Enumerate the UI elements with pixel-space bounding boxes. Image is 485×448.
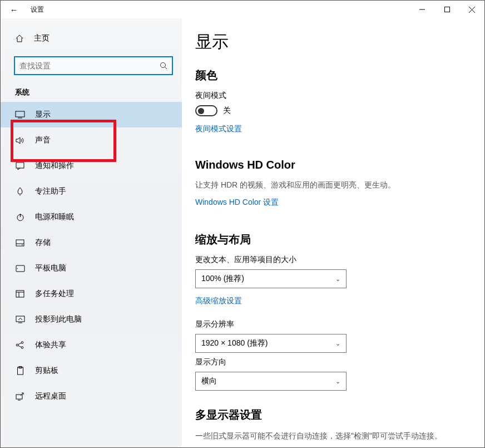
notification-icon bbox=[15, 161, 25, 171]
sidebar-item-label: 多任务处理 bbox=[35, 289, 74, 299]
focus-icon bbox=[15, 186, 25, 196]
night-mode-value: 关 bbox=[223, 106, 231, 116]
tablet-icon bbox=[15, 263, 25, 273]
close-button[interactable] bbox=[459, 1, 484, 18]
shared-icon bbox=[15, 340, 25, 350]
sidebar-item-notifications[interactable]: 通知和操作 bbox=[1, 153, 182, 179]
chevron-down-icon: ⌄ bbox=[335, 275, 340, 283]
home-link[interactable]: 主页 bbox=[1, 28, 182, 48]
text-size-value: 100% (推荐) bbox=[201, 274, 244, 284]
power-icon bbox=[15, 212, 25, 222]
sidebar-item-label: 平板电脑 bbox=[35, 263, 66, 273]
sidebar-item-storage[interactable]: 存储 bbox=[1, 230, 182, 255]
sidebar-item-label: 声音 bbox=[35, 135, 51, 145]
svg-rect-19 bbox=[16, 316, 24, 322]
svg-rect-16 bbox=[16, 291, 24, 297]
minimize-icon bbox=[419, 7, 425, 12]
projecting-icon bbox=[15, 314, 25, 324]
svg-point-21 bbox=[16, 344, 18, 346]
orientation-value: 横向 bbox=[201, 376, 217, 386]
search-box[interactable] bbox=[14, 56, 173, 75]
sidebar-item-label: 专注助手 bbox=[35, 186, 66, 196]
text-size-label: 更改文本、应用等项目的大小 bbox=[195, 255, 471, 265]
sidebar-item-remote[interactable]: 远程桌面 bbox=[1, 383, 182, 409]
sidebar-item-shared[interactable]: 体验共享 bbox=[1, 332, 182, 358]
window-title: 设置 bbox=[31, 5, 44, 14]
search-icon bbox=[160, 62, 167, 70]
sidebar-item-multitasking[interactable]: 多任务处理 bbox=[1, 281, 182, 307]
hdcolor-desc: 让支持 HDR 的视频、游戏和应用的画面更明亮、更生动。 bbox=[195, 179, 471, 191]
svg-rect-8 bbox=[16, 163, 24, 168]
maximize-button[interactable] bbox=[434, 1, 459, 18]
maximize-icon bbox=[444, 7, 450, 12]
sidebar-group-label: 系统 bbox=[15, 87, 182, 97]
close-icon bbox=[469, 7, 475, 13]
svg-point-4 bbox=[161, 63, 166, 68]
svg-rect-1 bbox=[444, 7, 449, 12]
chevron-down-icon: ⌄ bbox=[335, 378, 340, 385]
storage-icon bbox=[15, 238, 25, 248]
orientation-dropdown[interactable]: 横向 ⌄ bbox=[195, 372, 347, 391]
sidebar-item-label: 远程桌面 bbox=[35, 391, 66, 401]
night-mode-label: 夜间模式 bbox=[195, 91, 471, 101]
night-mode-toggle[interactable] bbox=[195, 105, 217, 116]
sidebar-item-focus[interactable]: 专注助手 bbox=[1, 179, 182, 204]
sidebar-item-label: 存储 bbox=[35, 238, 51, 248]
sidebar-item-label: 电源和睡眠 bbox=[35, 212, 74, 222]
sidebar-item-label: 投影到此电脑 bbox=[35, 314, 82, 324]
resolution-dropdown[interactable]: 1920 × 1080 (推荐) ⌄ bbox=[195, 334, 347, 353]
sidebar-item-display[interactable]: 显示 bbox=[1, 102, 182, 127]
hdcolor-link[interactable]: Windows HD Color 设置 bbox=[195, 198, 279, 208]
sidebar-item-clipboard[interactable]: 剪贴板 bbox=[1, 358, 182, 383]
chevron-down-icon: ⌄ bbox=[335, 340, 340, 347]
section-hdcolor: Windows HD Color bbox=[195, 159, 471, 171]
clipboard-icon bbox=[15, 366, 25, 376]
multitask-icon bbox=[15, 289, 25, 299]
sidebar-item-label: 体验共享 bbox=[35, 340, 66, 350]
minimize-button[interactable] bbox=[409, 1, 434, 18]
search-input[interactable] bbox=[19, 61, 160, 70]
home-label: 主页 bbox=[34, 33, 50, 43]
text-size-dropdown[interactable]: 100% (推荐) ⌄ bbox=[195, 269, 347, 288]
svg-rect-6 bbox=[16, 111, 24, 117]
sidebar-item-label: 通知和操作 bbox=[35, 161, 74, 171]
svg-point-15 bbox=[17, 268, 17, 268]
sidebar-item-label: 显示 bbox=[35, 110, 51, 120]
page-title: 显示 bbox=[195, 31, 471, 53]
titlebar: ← 设置 bbox=[1, 1, 484, 18]
sidebar-item-power[interactable]: 电源和睡眠 bbox=[1, 204, 182, 230]
svg-line-5 bbox=[165, 67, 167, 70]
svg-rect-11 bbox=[16, 240, 24, 246]
home-icon bbox=[15, 34, 24, 43]
svg-line-24 bbox=[18, 343, 22, 344]
sidebar: 主页 系统 显示 声音 通知和操作 bbox=[1, 18, 182, 447]
section-color: 颜色 bbox=[195, 68, 471, 83]
remote-icon bbox=[15, 391, 25, 401]
content-pane: 显示 颜色 夜间模式 关 夜间模式设置 Windows HD Color 让支持… bbox=[182, 18, 484, 447]
section-multi: 多显示器设置 bbox=[195, 407, 471, 422]
sound-icon bbox=[15, 135, 25, 145]
advanced-scale-link[interactable]: 高级缩放设置 bbox=[195, 296, 242, 306]
resolution-value: 1920 × 1080 (推荐) bbox=[201, 338, 268, 348]
svg-line-25 bbox=[18, 346, 22, 347]
orientation-label: 显示方向 bbox=[195, 357, 471, 367]
sidebar-item-projecting[interactable]: 投影到此电脑 bbox=[1, 307, 182, 332]
sidebar-item-sound[interactable]: 声音 bbox=[1, 127, 182, 153]
night-mode-settings-link[interactable]: 夜间模式设置 bbox=[195, 124, 242, 134]
resolution-label: 显示分辨率 bbox=[195, 319, 471, 329]
svg-point-23 bbox=[21, 347, 23, 349]
svg-point-13 bbox=[22, 244, 23, 245]
sidebar-item-label: 剪贴板 bbox=[35, 366, 58, 376]
section-scale: 缩放与布局 bbox=[195, 232, 471, 247]
back-button[interactable]: ← bbox=[5, 5, 23, 14]
multi-desc: 一些旧式显示器可能不会进行自动连接，选择"检测"即可尝试手动连接。 bbox=[195, 430, 471, 442]
settings-window: ← 设置 主页 系统 bbox=[0, 0, 485, 448]
display-icon bbox=[15, 110, 25, 120]
svg-point-22 bbox=[21, 342, 23, 344]
sidebar-item-tablet[interactable]: 平板电脑 bbox=[1, 255, 182, 281]
